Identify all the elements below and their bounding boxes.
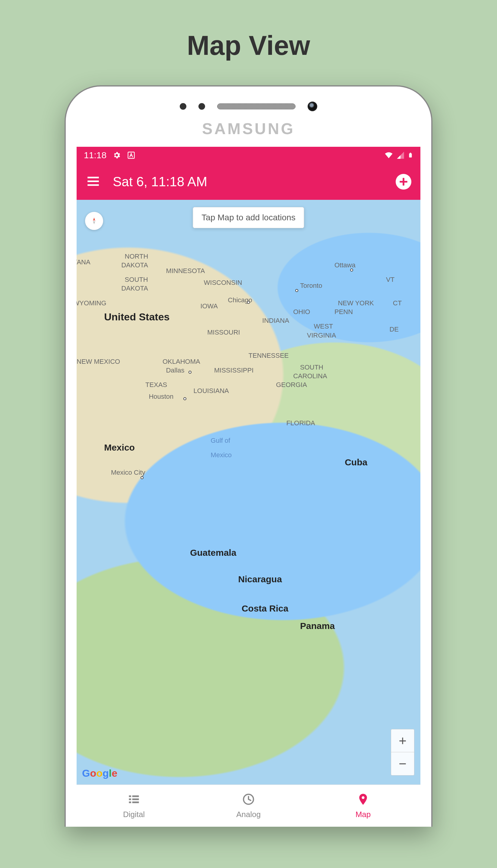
clock-icon bbox=[242, 793, 255, 808]
map-label: VIRGINIA bbox=[307, 332, 336, 339]
list-icon bbox=[127, 793, 141, 808]
map-label: Nicaragua bbox=[238, 574, 282, 584]
speaker-grille bbox=[217, 103, 296, 109]
map-label: NEW YORK bbox=[338, 299, 374, 307]
nav-label: Map bbox=[356, 810, 371, 819]
tab-map[interactable]: Map bbox=[306, 785, 421, 827]
menu-button[interactable] bbox=[86, 174, 101, 190]
map-label: Ottawa bbox=[335, 261, 356, 269]
map-label: Guatemala bbox=[190, 548, 236, 558]
map-label: Houston bbox=[149, 393, 173, 400]
svg-rect-8 bbox=[129, 795, 131, 797]
svg-rect-12 bbox=[129, 801, 131, 803]
city-dot bbox=[188, 371, 191, 374]
map-label: WISCONSIN bbox=[204, 279, 242, 286]
map-label: TENNESSEE bbox=[248, 352, 289, 359]
zoom-in-button[interactable]: + bbox=[391, 730, 414, 752]
svg-rect-9 bbox=[132, 795, 139, 797]
svg-rect-2 bbox=[410, 153, 411, 153]
map-label: NORTH bbox=[125, 253, 148, 261]
nav-label: Digital bbox=[123, 810, 145, 819]
phone-frame: SAMSUNG 11:18 bbox=[65, 85, 432, 827]
screen: 11:18 bbox=[76, 147, 421, 827]
city-dot bbox=[295, 289, 298, 292]
map-label: TEXAS bbox=[145, 381, 167, 389]
sensor-dot bbox=[180, 103, 186, 110]
city-dot bbox=[141, 476, 144, 479]
map-label: OKLAHOMA bbox=[162, 358, 200, 366]
map-label: Dallas bbox=[166, 367, 184, 374]
map-label: DE bbox=[389, 325, 399, 333]
signal-icon bbox=[396, 151, 405, 159]
map-label: TANA bbox=[76, 258, 90, 266]
map-label: MISSOURI bbox=[207, 328, 240, 336]
map-label: DAKOTA bbox=[121, 284, 148, 292]
city-dot bbox=[247, 301, 250, 304]
map-label: NEW MEXICO bbox=[76, 358, 120, 366]
svg-rect-4 bbox=[87, 180, 99, 182]
map-label: VT bbox=[386, 276, 395, 284]
map-label: LOUISIANA bbox=[194, 387, 229, 395]
svg-rect-3 bbox=[87, 177, 99, 178]
map-label: FLORIDA bbox=[286, 419, 315, 427]
svg-rect-10 bbox=[129, 798, 131, 800]
sensor-row bbox=[180, 102, 317, 111]
front-camera bbox=[308, 102, 317, 111]
gear-icon bbox=[113, 151, 121, 159]
svg-rect-13 bbox=[132, 801, 139, 803]
map-label: Mexico City bbox=[111, 469, 145, 476]
compass-button[interactable] bbox=[85, 212, 103, 230]
map-label: Mexico bbox=[104, 442, 135, 453]
svg-rect-1 bbox=[409, 153, 412, 158]
app-bar: Sat 6, 11:18 AM bbox=[76, 164, 421, 200]
zoom-controls: + − bbox=[391, 729, 414, 776]
map-label: WEST bbox=[314, 323, 333, 330]
tab-analog[interactable]: Analog bbox=[191, 785, 306, 827]
font-icon bbox=[127, 151, 136, 159]
hint-toast: Tap Map to add locations bbox=[193, 207, 304, 228]
page-title: Map View bbox=[187, 30, 310, 61]
map-label: WYOMING bbox=[76, 299, 106, 307]
status-bar: 11:18 bbox=[76, 147, 421, 164]
wifi-icon bbox=[384, 151, 393, 160]
map-label: DAKOTA bbox=[121, 261, 148, 269]
map-label: United States bbox=[104, 311, 170, 323]
map-label: Costa Rica bbox=[242, 603, 288, 614]
bottom-nav: Digital Analog Map bbox=[76, 784, 421, 827]
pin-icon bbox=[356, 793, 370, 808]
map-label: Gulf of bbox=[211, 437, 230, 444]
map-view[interactable]: United StatesMexicoCubaGuatemalaNicaragu… bbox=[76, 200, 421, 784]
svg-rect-5 bbox=[87, 184, 99, 186]
map-label: CT bbox=[393, 299, 402, 307]
add-button[interactable] bbox=[396, 174, 411, 190]
phone-top-bezel: SAMSUNG bbox=[66, 87, 431, 147]
map-label: CAROLINA bbox=[293, 372, 327, 380]
map-label: MISSISSIPPI bbox=[214, 367, 254, 374]
map-label: INDIANA bbox=[262, 317, 289, 325]
device-brand: SAMSUNG bbox=[202, 120, 295, 138]
map-label: IOWA bbox=[200, 302, 218, 310]
zoom-out-button[interactable]: − bbox=[391, 752, 414, 775]
map-label: MINNESOTA bbox=[166, 267, 205, 275]
city-dot bbox=[183, 397, 186, 400]
status-time: 11:18 bbox=[84, 150, 106, 160]
tab-digital[interactable]: Digital bbox=[76, 785, 191, 827]
sensor-dot bbox=[198, 103, 205, 110]
map-label: PENN bbox=[335, 308, 353, 316]
map-label: Mexico bbox=[211, 451, 232, 459]
map-label: OHIO bbox=[293, 308, 310, 316]
nav-label: Analog bbox=[237, 810, 261, 819]
map-label: Cuba bbox=[345, 457, 367, 468]
map-label: SOUTH bbox=[300, 364, 323, 371]
appbar-title: Sat 6, 11:18 AM bbox=[113, 174, 207, 189]
map-label: SOUTH bbox=[125, 276, 148, 284]
svg-rect-7 bbox=[400, 181, 408, 183]
map-label: Panama bbox=[300, 621, 335, 631]
map-label: Toronto bbox=[300, 282, 322, 290]
battery-icon bbox=[408, 151, 413, 160]
city-dot bbox=[350, 268, 353, 271]
map-label: GEORGIA bbox=[276, 381, 307, 389]
svg-rect-11 bbox=[132, 798, 139, 800]
map-attribution: Google bbox=[82, 767, 117, 779]
